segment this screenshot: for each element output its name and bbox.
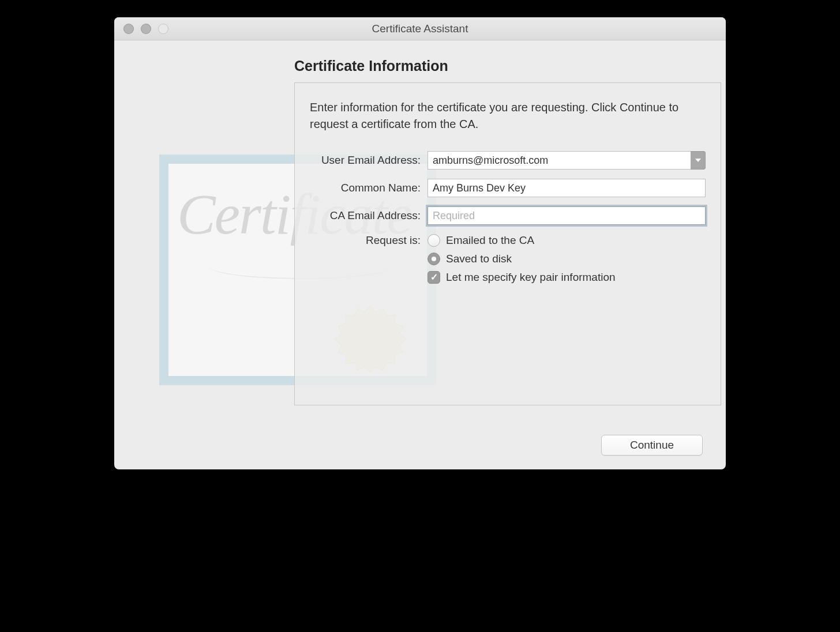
checkbox-specify-keypair[interactable]: ✓ — [427, 271, 440, 284]
radio-emailed-to-ca[interactable] — [427, 234, 440, 247]
common-name-input[interactable] — [427, 179, 706, 197]
request-row: Request is: Emailed to the CA Saved to d… — [310, 234, 706, 289]
user-email-field-wrap — [427, 151, 706, 170]
chevron-down-icon — [695, 159, 701, 162]
minimize-window-button[interactable] — [141, 24, 151, 34]
titlebar: Certificate Assistant — [114, 17, 726, 40]
option-emailed-label: Emailed to the CA — [446, 234, 534, 247]
close-window-button[interactable] — [123, 24, 134, 34]
ca-email-label: CA Email Address: — [310, 209, 421, 222]
option-saved-row: Saved to disk — [427, 253, 706, 265]
option-keypair-label: Let me specify key pair information — [446, 271, 616, 284]
window-body: Certificate Certificate Information Ente… — [114, 40, 726, 469]
maximize-window-button[interactable] — [158, 24, 168, 34]
continue-button[interactable]: Continue — [601, 435, 703, 456]
traffic-lights — [114, 24, 168, 34]
ca-email-row: CA Email Address: — [310, 206, 706, 225]
certificate-assistant-window: Certificate Assistant Certificate Certif… — [114, 17, 726, 469]
window-title: Certificate Assistant — [114, 22, 726, 35]
ca-email-input[interactable] — [427, 206, 706, 225]
option-saved-label: Saved to disk — [446, 253, 512, 265]
user-email-dropdown-button[interactable] — [691, 151, 706, 170]
content-area: Certificate Information Enter informatio… — [294, 58, 721, 405]
check-icon: ✓ — [430, 273, 438, 282]
user-email-label: User Email Address: — [310, 154, 421, 167]
option-keypair-row: ✓ Let me specify key pair information — [427, 271, 706, 284]
common-name-row: Common Name: — [310, 179, 706, 197]
footer: Continue — [601, 435, 703, 456]
user-email-input[interactable] — [427, 151, 691, 170]
radio-saved-to-disk[interactable] — [427, 253, 440, 265]
common-name-label: Common Name: — [310, 182, 421, 194]
request-label: Request is: — [310, 234, 421, 247]
option-emailed-row: Emailed to the CA — [427, 234, 706, 247]
form-panel: Enter information for the certificate yo… — [294, 82, 721, 405]
page-heading: Certificate Information — [294, 58, 721, 74]
user-email-row: User Email Address: — [310, 151, 706, 170]
instructions-text: Enter information for the certificate yo… — [310, 99, 706, 133]
